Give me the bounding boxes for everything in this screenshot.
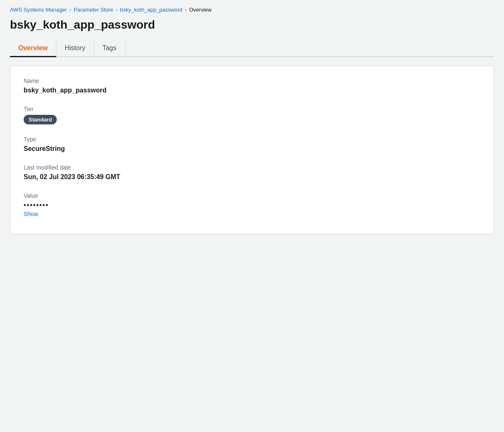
tab-overview[interactable]: Overview [10,40,56,57]
page-title: bsky_koth_app_password [10,18,494,32]
tab-history[interactable]: History [56,40,94,57]
last-modified-value: Sun, 02 Jul 2023 06:35:49 GMT [24,173,480,181]
breadcrumb-separator-1: › [70,7,71,13]
last-modified-label: Last modified date [24,164,480,171]
breadcrumb-aws-systems-manager[interactable]: AWS Systems Manager [10,7,67,13]
type-label: Type [24,136,480,143]
field-group-type: Type SecureString [24,136,480,153]
tab-tags[interactable]: Tags [94,40,125,57]
value-masked: •••••••• [24,201,480,209]
page-wrapper: AWS Systems Manager › Parameter Store › … [0,0,504,251]
name-value: bsky_koth_app_password [24,87,480,94]
content-card: Name bsky_koth_app_password Tier Standar… [10,66,494,234]
field-group-value: Value •••••••• Show [24,192,480,217]
breadcrumb-param-name[interactable]: bsky_koth_app_password [120,7,182,13]
field-group-name: Name bsky_koth_app_password [24,78,480,94]
field-group-tier: Tier Standard [24,106,480,124]
breadcrumb-parameter-store[interactable]: Parameter Store [74,7,113,13]
tier-badge: Standard [24,115,57,124]
type-value: SecureString [24,145,480,153]
name-label: Name [24,78,480,84]
value-label: Value [24,192,480,199]
breadcrumb: AWS Systems Manager › Parameter Store › … [10,7,494,13]
breadcrumb-current: Overview [189,7,211,13]
breadcrumb-separator-2: › [116,7,117,13]
breadcrumb-separator-3: › [185,7,187,13]
tabs-container: Overview History Tags [10,40,494,57]
tier-label: Tier [24,106,480,112]
field-group-last-modified: Last modified date Sun, 02 Jul 2023 06:3… [24,164,480,181]
show-value-link[interactable]: Show [24,211,480,217]
